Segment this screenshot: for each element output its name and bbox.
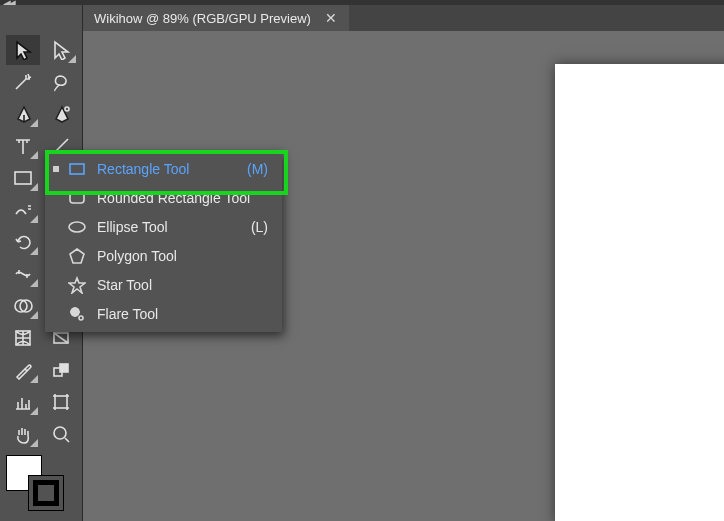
rounded-rectangle-icon [67,188,87,208]
artboard-tool[interactable] [44,387,78,417]
zoom-icon [51,424,71,444]
zoom-tool[interactable] [44,419,78,449]
svg-marker-21 [69,278,85,293]
curvature-tool[interactable] [44,99,78,129]
flare-icon [67,304,87,324]
pen-tool[interactable] [6,99,40,129]
flyout-item-label: Star Tool [97,277,282,293]
flyout-item-label: Flare Tool [97,306,282,322]
column-graph-tool[interactable] [6,387,40,417]
svg-point-23 [79,316,83,320]
blend-icon [51,360,71,380]
fill-stroke-swatches[interactable] [6,455,64,503]
magic-wand-icon [13,72,33,92]
svg-rect-17 [70,164,84,174]
lasso-tool[interactable] [44,67,78,97]
polygon-icon [67,246,87,266]
direct-selection-tool[interactable] [44,35,78,65]
selection-icon [13,40,33,60]
curvature-icon [51,104,71,124]
svg-point-19 [69,222,85,232]
type-tool[interactable] [6,131,40,161]
rectangle-icon [67,159,87,179]
svg-rect-18 [70,193,84,203]
mesh-icon [13,328,33,348]
star-icon [67,275,87,295]
svg-rect-1 [15,172,31,184]
flyout-item-rounded-rectangle[interactable]: Rounded Rectangle Tool [45,183,282,212]
eyedropper-tool[interactable] [6,355,40,385]
lasso-icon [51,72,71,92]
shaper-tool[interactable] [6,195,40,225]
document-tab-strip: Wikihow @ 89% (RGB/GPU Preview) ✕ [82,5,724,31]
shape-builder-tool[interactable] [6,291,40,321]
stroke-swatch[interactable] [28,475,64,511]
svg-point-16 [54,427,66,439]
close-icon[interactable]: ✕ [325,10,337,26]
flyout-item-shortcut: (M) [247,161,268,177]
active-indicator-icon [53,195,59,201]
ellipse-icon [67,217,87,237]
flyout-item-rectangle[interactable]: Rectangle Tool (M) [45,154,282,183]
magic-wand-tool[interactable] [6,67,40,97]
shape-tool-flyout: Rectangle Tool (M) Rounded Rectangle Too… [45,150,282,332]
document-tab[interactable]: Wikihow @ 89% (RGB/GPU Preview) ✕ [82,5,349,31]
rotate-tool[interactable] [6,227,40,257]
document-tab-title: Wikihow @ 89% (RGB/GPU Preview) [94,11,311,26]
rectangle-tool[interactable] [6,163,40,193]
artboard[interactable] [555,64,724,521]
active-indicator-icon [53,253,59,259]
flyout-item-label: Rounded Rectangle Tool [97,190,282,206]
hand-tool[interactable] [6,419,40,449]
svg-marker-20 [70,249,84,263]
selection-tool[interactable] [6,35,40,65]
flyout-item-star[interactable]: Star Tool [45,270,282,299]
flyout-item-polygon[interactable]: Polygon Tool [45,241,282,270]
active-indicator-icon [53,282,59,288]
active-indicator-icon [53,166,59,172]
flyout-item-ellipse[interactable]: Ellipse Tool (L) [45,212,282,241]
flyout-item-flare[interactable]: Flare Tool [45,299,282,328]
active-indicator-icon [53,224,59,230]
artboard-icon [51,392,71,412]
svg-rect-14 [60,364,68,372]
mesh-tool[interactable] [6,323,40,353]
flyout-item-shortcut: (L) [251,219,268,235]
width-tool[interactable] [6,259,40,289]
blend-tool[interactable] [44,355,78,385]
active-indicator-icon [53,311,59,317]
svg-point-0 [65,107,69,111]
flyout-item-label: Polygon Tool [97,248,282,264]
svg-rect-15 [55,396,67,408]
